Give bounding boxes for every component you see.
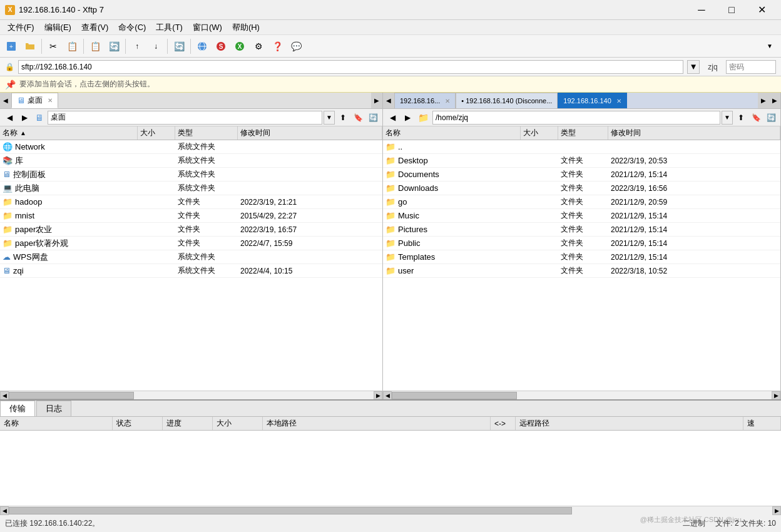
- right-scroll-left[interactable]: ◀: [383, 391, 392, 400]
- toolbar-download[interactable]: ↓: [147, 38, 165, 55]
- left-h-scrollbar[interactable]: ◀ ▶: [0, 391, 382, 399]
- menu-window[interactable]: 窗口(W): [188, 21, 227, 34]
- toolbar-refresh[interactable]: 🔄: [170, 38, 188, 55]
- tab-transfer[interactable]: 传输: [0, 401, 35, 416]
- password-input[interactable]: [726, 60, 776, 74]
- right-path-dropdown[interactable]: ▼: [722, 111, 733, 125]
- left-col-type[interactable]: 类型: [175, 126, 238, 140]
- left-tab-prev[interactable]: ◀: [0, 93, 11, 108]
- right-col-size[interactable]: 大小: [521, 126, 558, 140]
- right-file-documents[interactable]: 📁 Documents 文件夹 2021/12/9, 15:14: [383, 168, 780, 182]
- left-path-input[interactable]: [48, 111, 322, 125]
- left-file-paper-design[interactable]: 📁 paper软著外观 文件夹 2022/4/7, 15:59: [0, 237, 382, 250]
- right-nav-forward[interactable]: ▶: [401, 111, 414, 125]
- toolbar-red-circle[interactable]: S: [212, 38, 230, 55]
- left-file-mnist[interactable]: 📁 mnist 文件夹 2015/4/29, 22:27: [0, 209, 382, 223]
- left-file-mypc[interactable]: 💻 此电脑 系统文件夹: [0, 182, 382, 195]
- left-col-name[interactable]: 名称 ▲: [0, 126, 138, 140]
- right-scroll-right[interactable]: ▶: [772, 391, 780, 400]
- left-tab-next[interactable]: ▶: [371, 93, 382, 108]
- tab-log[interactable]: 日志: [36, 401, 71, 416]
- right-nav-bookmark[interactable]: 🔖: [749, 111, 763, 125]
- left-nav-refresh[interactable]: 🔄: [366, 111, 380, 125]
- menu-help[interactable]: 帮助(H): [227, 21, 265, 34]
- left-file-zqi[interactable]: 🖥 zqi 系统文件夹 2022/4/4, 10:15: [0, 264, 382, 278]
- left-file-network[interactable]: 🌐 Network 系统文件夹: [0, 140, 382, 154]
- left-nav-back[interactable]: ◀: [3, 111, 16, 125]
- toolbar-expand[interactable]: ▼: [761, 38, 778, 55]
- left-scroll-right[interactable]: ▶: [374, 391, 382, 400]
- right-tab-1-close[interactable]: ✕: [445, 98, 450, 105]
- right-h-scrollbar[interactable]: ◀ ▶: [383, 391, 780, 399]
- th-status[interactable]: 状态: [113, 417, 163, 430]
- bottom-scroll-left[interactable]: ◀: [0, 506, 9, 515]
- menu-command[interactable]: 命令(C): [113, 21, 151, 34]
- toolbar-cut[interactable]: ✂: [44, 38, 62, 55]
- left-tab-desktop[interactable]: 🖥 桌面 ✕: [11, 93, 58, 108]
- menu-view[interactable]: 查看(V): [76, 21, 113, 34]
- right-path-input[interactable]: [432, 111, 720, 125]
- toolbar-green-circle[interactable]: X: [231, 38, 248, 55]
- th-progress[interactable]: 进度: [163, 417, 213, 430]
- right-col-name[interactable]: 名称: [383, 126, 521, 140]
- right-nav-up[interactable]: ⬆: [734, 111, 748, 125]
- th-name[interactable]: 名称: [0, 417, 113, 430]
- toolbar-paste[interactable]: 📋: [86, 38, 104, 55]
- th-remote-path[interactable]: 远程路径: [516, 417, 743, 430]
- close-button[interactable]: ✕: [747, 0, 776, 20]
- right-col-modified[interactable]: 修改时间: [608, 126, 780, 140]
- bottom-scroll-thumb[interactable]: [9, 507, 572, 514]
- left-file-controlpanel[interactable]: 🖥 控制面板 系统文件夹: [0, 168, 382, 182]
- toolbar-sync[interactable]: 🔄: [105, 38, 123, 55]
- toolbar-open[interactable]: [21, 38, 39, 55]
- left-file-paper-farm[interactable]: 📁 paper农业 文件夹 2022/3/19, 16:57: [0, 223, 382, 237]
- left-file-list[interactable]: 🌐 Network 系统文件夹 📚 库 系统文件夹: [0, 140, 382, 391]
- toolbar-help[interactable]: ❓: [268, 38, 286, 55]
- right-file-downloads[interactable]: 📁 Downloads 文件夹 2022/3/19, 16:56: [383, 182, 780, 195]
- right-tab-prev[interactable]: ◀: [383, 93, 394, 108]
- bottom-h-scrollbar[interactable]: ◀ ▶: [0, 506, 781, 514]
- left-nav-up[interactable]: ⬆: [336, 111, 350, 125]
- left-tab-close[interactable]: ✕: [48, 97, 53, 104]
- maximize-button[interactable]: □: [717, 0, 746, 20]
- menu-edit[interactable]: 编辑(E): [39, 21, 76, 34]
- right-col-type[interactable]: 类型: [558, 126, 608, 140]
- right-file-templates[interactable]: 📁 Templates 文件夹 2021/12/9, 15:14: [383, 250, 780, 264]
- right-file-pictures[interactable]: 📁 Pictures 文件夹 2021/12/9, 15:14: [383, 223, 780, 237]
- right-tab-1[interactable]: 192.168.16... ✕: [394, 93, 456, 108]
- menu-file[interactable]: 文件(F): [3, 21, 39, 34]
- toolbar-copy[interactable]: 📋: [63, 38, 81, 55]
- toolbar-upload[interactable]: ↑: [128, 38, 146, 55]
- th-size[interactable]: 大小: [213, 417, 263, 430]
- right-tab-3-close[interactable]: ✕: [616, 98, 621, 105]
- left-col-modified[interactable]: 修改时间: [238, 126, 382, 140]
- right-tab-3[interactable]: 192.168.16.140 ✕: [558, 93, 626, 108]
- left-scroll-thumb[interactable]: [9, 392, 134, 399]
- bottom-scroll-right[interactable]: ▶: [772, 506, 781, 515]
- th-direction[interactable]: <->: [491, 417, 516, 430]
- right-file-dotdot[interactable]: 📁 ..: [383, 140, 780, 154]
- left-file-hadoop[interactable]: 📁 hadoop 文件夹 2022/3/19, 21:21: [0, 195, 382, 209]
- right-file-go[interactable]: 📁 go 文件夹 2021/12/9, 20:59: [383, 195, 780, 209]
- right-tab-add[interactable]: ▶: [769, 93, 780, 108]
- toolbar-settings[interactable]: ⚙: [250, 38, 267, 55]
- right-file-list[interactable]: 📁 .. 📁 Desktop 文件夹 2022/3/19, 20:53: [383, 140, 780, 391]
- right-nav-back[interactable]: ◀: [385, 111, 399, 125]
- left-file-library[interactable]: 📚 库 系统文件夹: [0, 154, 382, 168]
- toolbar-new[interactable]: +: [3, 38, 20, 55]
- right-tab-next[interactable]: ▶: [758, 93, 769, 108]
- left-scroll-left[interactable]: ◀: [0, 391, 9, 400]
- menu-tools[interactable]: 工具(T): [151, 21, 188, 34]
- right-file-music[interactable]: 📁 Music 文件夹 2021/12/9, 15:14: [383, 209, 780, 223]
- address-dropdown[interactable]: ▼: [687, 60, 700, 74]
- right-file-desktop[interactable]: 📁 Desktop 文件夹 2022/3/19, 20:53: [383, 154, 780, 168]
- left-col-size[interactable]: 大小: [138, 126, 175, 140]
- toolbar-globe[interactable]: [193, 38, 211, 55]
- right-file-user[interactable]: 📁 user 文件夹 2022/3/18, 10:52: [383, 264, 780, 278]
- right-nav-refresh[interactable]: 🔄: [764, 111, 778, 125]
- minimize-button[interactable]: ─: [687, 0, 716, 20]
- left-path-dropdown[interactable]: ▼: [324, 111, 335, 125]
- address-input[interactable]: [18, 60, 683, 74]
- right-scroll-thumb[interactable]: [392, 392, 517, 399]
- left-file-wps[interactable]: ☁ WPS网盘 系统文件夹: [0, 250, 382, 264]
